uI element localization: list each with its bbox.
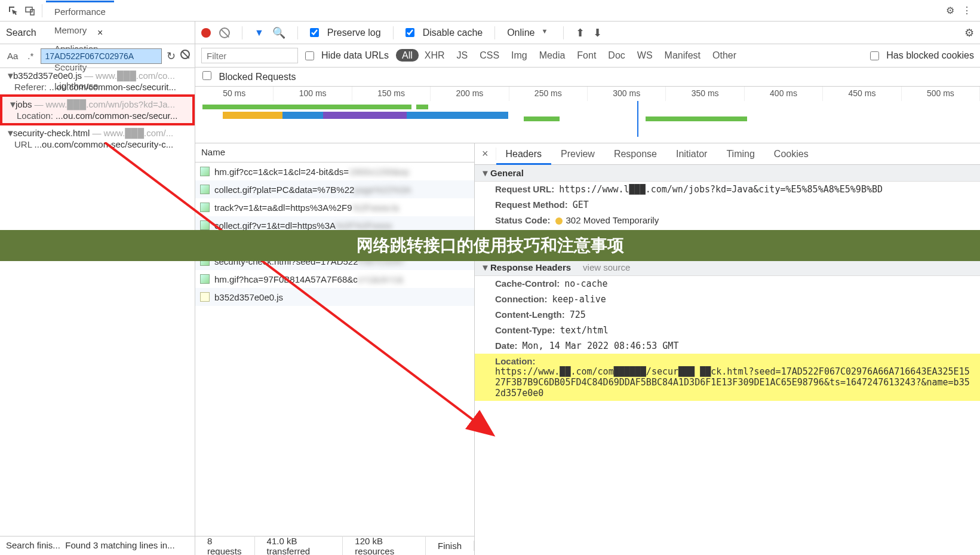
refresh-icon[interactable]: ↻ [167,50,176,63]
filter-category-css[interactable]: CSS [474,49,505,62]
script-icon [200,292,210,302]
close-icon[interactable]: × [95,27,189,38]
match-case-icon[interactable]: Aa [5,50,20,62]
network-footer: 8 requests 41.0 kB transferred 120 kB re… [195,536,474,555]
filter-category-ws[interactable]: WS [631,49,659,62]
preserve-log-checkbox[interactable] [310,28,319,37]
hide-data-urls-label: Hide data URLs [321,50,389,61]
kebab-menu-icon[interactable]: ⋮ [959,2,975,19]
response-headers-section[interactable]: ▼Response Headersview source [475,259,980,276]
inspect-icon[interactable] [5,2,21,19]
search-panel: Search × Aa .* ↻ ▼b352d357e0e0.js—www.██… [0,22,195,555]
response-header-row: Cache-Control:no-cache [475,276,980,292]
regex-icon[interactable]: .* [25,50,36,62]
settings-gear-icon[interactable]: ⚙ [942,2,959,19]
filter-category-font[interactable]: Font [571,49,602,62]
request-row[interactable]: collect.gif?v=1&t=dl=https%3A%2F%2Fwww [195,216,474,234]
network-toolbar: ▼ 🔍 Preserve log Disable cache Online ⬆ … [195,22,980,44]
search-title: Search [6,27,95,38]
filter-category-all[interactable]: All [396,49,419,62]
request-detail-tabs: × HeadersPreviewResponseInitiatorTimingC… [475,143,980,165]
record-icon[interactable] [201,28,211,38]
blocked-cookies-checkbox[interactable] [870,51,879,60]
view-source-link[interactable]: view source [583,262,630,272]
detail-tab-preview[interactable]: Preview [551,145,604,163]
blocked-requests-label: Blocked Requests [219,72,296,82]
detail-tab-initiator[interactable]: Initiator [666,145,717,163]
tab-performance[interactable]: Performance [46,2,114,21]
response-header-row: Connection:keep-alive [475,292,980,307]
image-icon [200,203,210,212]
general-section-header[interactable]: ▼General [475,165,980,182]
search-result[interactable]: ▼b352d357e0e0.js—www.███.com/co...Refere… [0,68,195,94]
request-list-header: Name [195,143,474,162]
filter-category-media[interactable]: Media [533,49,572,62]
panel-settings-icon[interactable]: ⚙ [964,26,974,39]
image-icon [200,274,210,284]
hide-data-urls-checkbox[interactable] [305,51,314,60]
blocked-requests-checkbox[interactable] [202,71,211,80]
request-url-value: https://www.l███.com/wn/jobs?kd=Java&cit… [559,184,883,195]
request-row[interactable]: security-check.html?seed=17AD522F067C029… [195,252,474,270]
request-row[interactable]: hm.gif?cc=1&ck=1&cl=24-bit&ds=1900x1200&… [195,162,474,180]
response-header-row: Content-Type:text/html [475,323,980,338]
disable-cache-label: Disable cache [423,27,483,38]
download-icon[interactable]: ⬇ [593,26,602,39]
search-status: Search finis... Found 3 matching lines i… [0,536,195,555]
detail-tab-response[interactable]: Response [604,145,666,163]
search-result[interactable]: ▼security-check.html—www.███.com/...URL … [0,125,195,152]
detail-tab-headers[interactable]: Headers [496,145,551,165]
filter-category-js[interactable]: JS [451,49,474,62]
filter-bar: Hide data URLs AllXHRJSCSSImgMediaFontDo… [195,44,980,68]
request-row[interactable]: b352d357e0e0.js [195,288,474,306]
search-result[interactable]: ▼jobs—www.███.com/wn/jobs?kd=Ja...Locati… [0,94,195,125]
image-icon [200,256,210,266]
network-timeline[interactable]: 50 ms100 ms150 ms200 ms250 ms300 ms350 m… [195,87,980,143]
search-icon[interactable]: 🔍 [272,26,285,39]
filter-category-doc[interactable]: Doc [602,49,631,62]
close-detail-icon[interactable]: × [475,148,496,160]
image-icon [200,167,210,176]
request-row[interactable]: jobs?kd=Java&city=███%85%A8% [195,234,474,252]
clear-icon[interactable] [180,50,190,62]
response-header-row: Location:https://www.██.com/com██████/se… [475,354,980,401]
detail-tab-timing[interactable]: Timing [717,145,764,163]
separator [42,4,42,17]
devtools-main-tabs: ElementsConsoleSourcesNetworkPerformance… [0,0,980,22]
filter-category-img[interactable]: Img [505,49,533,62]
request-row[interactable]: hm.gif?hca=97F0B814A57A7F68&cc=1&ck=1& [195,270,474,288]
filter-icon[interactable]: ▼ [254,27,264,38]
image-icon [200,185,210,194]
clear-icon[interactable] [219,27,230,38]
image-icon [200,238,210,248]
search-input[interactable] [41,48,162,64]
image-icon [200,220,210,230]
filter-category-xhr[interactable]: XHR [419,49,451,62]
filter-category-manifest[interactable]: Manifest [659,49,706,62]
device-toggle-icon[interactable] [21,2,38,19]
detail-tab-cookies[interactable]: Cookies [764,145,818,163]
response-header-row: Date:Mon, 14 Mar 2022 08:46:53 GMT [475,338,980,354]
filter-input[interactable] [201,48,298,63]
request-row[interactable]: collect.gif?plat=PC&data=%7B%22page%22%3… [195,180,474,198]
filter-category-other[interactable]: Other [706,49,742,62]
throttling-select[interactable]: Online [507,27,551,38]
status-dot-icon [555,217,563,225]
preserve-log-label: Preserve log [327,27,381,38]
response-header-row: Content-Length:725 [475,307,980,323]
request-row[interactable]: track?v=1&t=a&dl=https%3A%2F9%2Fwww.la [195,198,474,216]
disable-cache-checkbox[interactable] [405,28,414,37]
upload-icon[interactable]: ⬆ [576,26,585,39]
blocked-cookies-label: Has blocked cookies [886,50,974,61]
